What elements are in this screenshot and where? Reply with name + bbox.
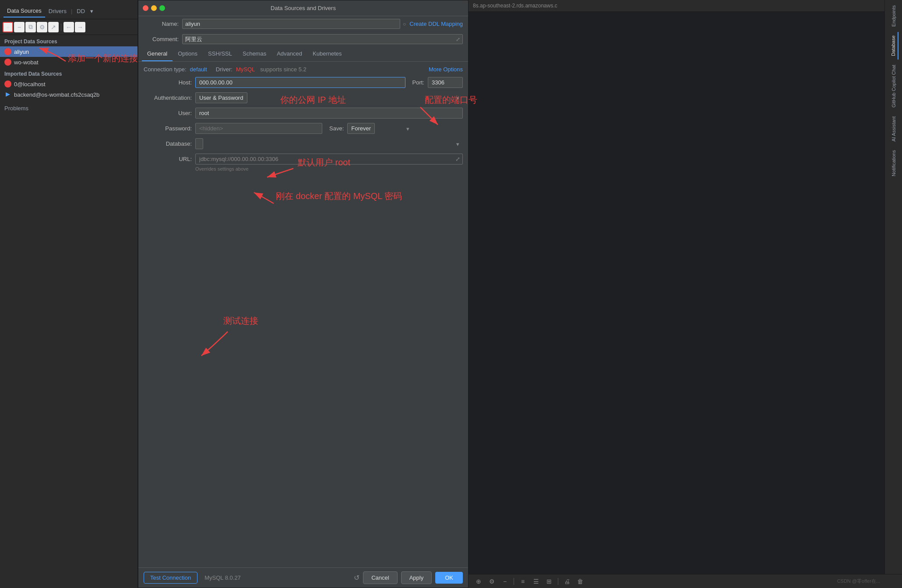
tab-dd[interactable]: DD [73, 5, 88, 17]
name-row: Name: ○ Create DDL Mapping [138, 16, 468, 32]
add-icon[interactable]: ⊕ [473, 576, 484, 587]
print-icon[interactable]: 🖨 [561, 576, 573, 587]
ok-button[interactable]: OK [435, 572, 463, 584]
conn-type-row: Connection type: default Driver: MySQL s… [144, 66, 463, 73]
sidebar-item-aliyun[interactable]: aliyun [0, 46, 137, 57]
grid-icon[interactable]: ⊞ [543, 576, 555, 587]
sidebar-item-localhost[interactable]: 0@localhost [0, 79, 137, 89]
problems-label: Problems [4, 105, 28, 112]
driver-note: supports since 5.2 [260, 66, 307, 73]
port-input[interactable] [428, 77, 463, 88]
create-ddl-button[interactable]: Create DDL Mapping [409, 21, 463, 27]
add-datasource-button[interactable]: + [3, 22, 13, 32]
dialog-title: Data Sources and Drivers [271, 5, 336, 11]
comment-row: Comment: ⤢ [138, 32, 468, 47]
sidebar-item-label: aliyun [14, 49, 29, 55]
refresh-icon[interactable]: ↺ [354, 574, 359, 582]
export-button[interactable]: ↗ [48, 22, 59, 32]
sidebar-item-backend[interactable]: backend@os-wombat.cfs2csaq2b [0, 89, 137, 100]
dialog-titlebar: Data Sources and Drivers [138, 0, 468, 16]
maximize-button[interactable] [159, 5, 165, 11]
delete-icon[interactable]: 🗑 [574, 576, 586, 587]
minus-icon[interactable]: − [499, 576, 511, 587]
mysql-icon-3 [4, 80, 11, 88]
auth-select-wrap: User & Password [195, 92, 463, 103]
settings-icon[interactable]: ⚙ [486, 576, 497, 587]
project-section-label: Project Data Sources [0, 35, 137, 46]
sidebar-item-wo-wobat[interactable]: wo-wobat [0, 57, 137, 67]
database-select[interactable] [195, 138, 203, 149]
tab-advanced[interactable]: Advanced [271, 47, 307, 61]
expand-icon[interactable]: ⤢ [456, 36, 460, 42]
imported-section-label: Imported Data Sources [0, 67, 137, 79]
conn-type-value[interactable]: default [190, 66, 207, 73]
tab-drivers[interactable]: Drivers [45, 5, 70, 17]
mysql-icon [4, 48, 11, 55]
sidebar-item-label: wo-wobat [14, 59, 39, 66]
copy-datasource-button[interactable]: ⧉ [25, 22, 36, 32]
url-note: Overrides settings above [195, 166, 463, 172]
ide-tab-copilot[interactable]: GitHub Copilot Chat [889, 61, 898, 111]
toolbar-separator [61, 24, 61, 31]
dialog-footer: Test Connection MySQL 8.0.27 ↺ Cancel Ap… [138, 567, 468, 588]
sidebar-toolbar: + − ⧉ ⚙ ↗ ← → [0, 19, 137, 35]
more-options-button[interactable]: More Options [429, 66, 463, 73]
url-expand-icon[interactable]: ⤢ [455, 156, 460, 162]
name-input-wrap: ○ [182, 19, 406, 29]
backend-icon [4, 91, 11, 98]
sidebar-item-label: 0@localhost [14, 81, 46, 88]
close-button[interactable] [143, 5, 148, 11]
driver-label: Driver: [216, 66, 233, 73]
settings-button[interactable]: ⚙ [37, 22, 47, 32]
ide-tab-database[interactable]: Database [889, 32, 898, 60]
bottom-separator [514, 578, 514, 585]
url-input[interactable] [195, 154, 463, 164]
tab-schemas[interactable]: Schemas [237, 47, 271, 61]
csdn-watermark: CSDN @零offer在... [837, 578, 880, 584]
tab-more-icon[interactable]: ▾ [90, 8, 93, 14]
user-input[interactable] [195, 108, 463, 119]
minimize-button[interactable] [151, 5, 157, 11]
tab-options[interactable]: Options [173, 47, 203, 61]
ide-tab-ai[interactable]: AI Assistant [889, 113, 898, 145]
name-input[interactable] [182, 19, 400, 29]
ide-tab-endpoints[interactable]: Endpoints [889, 2, 898, 30]
ide-right-panel: 8s.ap-southeast-2.rds.amazonaws.c Endpoi… [469, 0, 902, 588]
tab-kubernetes[interactable]: Kubernetes [307, 47, 347, 61]
save-select[interactable]: Forever [347, 123, 375, 134]
problems-section: Problems [0, 100, 137, 117]
tabs-bar: General Options SSH/SSL Schemas Advanced… [138, 47, 468, 62]
window-controls [143, 5, 165, 11]
database-label: Database: [144, 140, 192, 147]
tab-general[interactable]: General [142, 47, 173, 61]
back-button[interactable]: ← [63, 22, 74, 32]
host-input[interactable] [195, 77, 405, 88]
tab-ssh-ssl[interactable]: SSH/SSL [203, 47, 237, 61]
auth-label: Authentication: [144, 94, 192, 101]
password-row: Password: Save: Forever [144, 123, 463, 134]
driver-value[interactable]: MySQL [236, 66, 255, 73]
password-input[interactable] [195, 123, 322, 134]
auth-select[interactable]: User & Password [195, 92, 247, 103]
list-icon[interactable]: ☰ [530, 576, 542, 587]
sidebar-tabs: Data Sources Drivers | DD ▾ [0, 0, 137, 19]
url-label: URL: [144, 156, 192, 162]
cancel-button[interactable]: Cancel [363, 571, 397, 584]
sidebar: Data Sources Drivers | DD ▾ + − ⧉ ⚙ ↗ ← … [0, 0, 138, 588]
test-connection-button[interactable]: Test Connection [144, 572, 197, 584]
comment-label: Comment: [144, 36, 179, 42]
user-row: User: [144, 108, 463, 119]
url-row: URL: ⤢ [144, 154, 463, 164]
bottom-separator-2 [558, 578, 558, 585]
remove-datasource-button[interactable]: − [14, 22, 25, 32]
apply-button[interactable]: Apply [401, 571, 432, 584]
ide-address-bar: 8s.ap-southeast-2.rds.amazonaws.c [469, 0, 902, 12]
name-circle-icon: ○ [403, 21, 406, 27]
filter-icon[interactable]: ≡ [517, 576, 529, 587]
forward-button[interactable]: → [75, 22, 85, 32]
comment-input[interactable] [182, 34, 463, 44]
conn-type-label: Connection type: [144, 66, 187, 73]
ide-tab-notifications[interactable]: Notifications [889, 147, 898, 180]
tab-data-sources[interactable]: Data Sources [4, 5, 45, 18]
tab-divider: | [71, 8, 72, 14]
